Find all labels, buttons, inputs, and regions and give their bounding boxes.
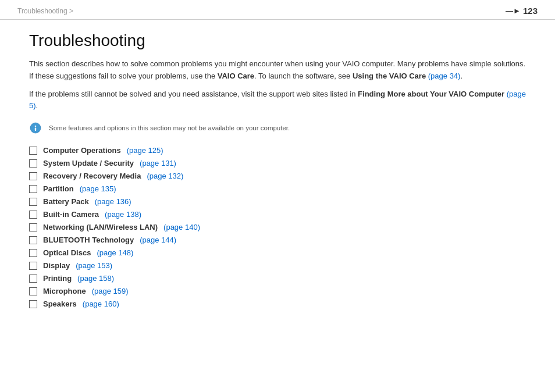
page-title: Troubleshooting bbox=[29, 31, 526, 50]
topic-link[interactable]: (page 125) bbox=[127, 146, 163, 155]
topic-link[interactable]: (page 144) bbox=[140, 236, 176, 244]
intro-paragraph-1: This section describes how to solve comm… bbox=[29, 58, 526, 83]
page-number-area: —► 123 bbox=[506, 6, 538, 16]
topic-link[interactable]: (page 140) bbox=[163, 223, 200, 231]
intro-p1-end: . bbox=[460, 72, 462, 80]
topic-link[interactable]: (page 138) bbox=[105, 210, 141, 219]
svg-rect-2 bbox=[35, 128, 36, 131]
intro-p2-end: . bbox=[36, 101, 38, 110]
breadcrumb-bar: Troubleshooting > —► 123 bbox=[0, 0, 555, 19]
list-item: Speakers (page 160) bbox=[29, 300, 526, 308]
main-content: Troubleshooting This section describes h… bbox=[0, 20, 555, 324]
checkbox-icon bbox=[29, 211, 37, 219]
list-item: Built-in Camera (page 138) bbox=[29, 210, 526, 219]
page34-link[interactable]: (page 34) bbox=[428, 72, 461, 80]
checkbox-icon bbox=[29, 147, 37, 155]
topic-label: Optical Discs bbox=[43, 248, 91, 257]
checkbox-icon bbox=[29, 198, 37, 206]
list-item: System Update / Security (page 131) bbox=[29, 159, 526, 168]
list-item: Battery Pack (page 136) bbox=[29, 197, 526, 206]
topic-label: Speakers bbox=[43, 300, 77, 308]
list-item: BLUETOOTH Technology (page 144) bbox=[29, 236, 526, 244]
topic-label: Display bbox=[43, 261, 70, 270]
checkbox-icon bbox=[29, 275, 37, 283]
page-number: 123 bbox=[523, 6, 538, 16]
checkbox-icon bbox=[29, 185, 37, 193]
checkbox-icon bbox=[29, 287, 37, 295]
checkbox-icon bbox=[29, 262, 37, 270]
topic-link[interactable]: (page 160) bbox=[83, 300, 119, 308]
topic-label: Computer Operations bbox=[43, 146, 121, 155]
topic-label: Partition bbox=[43, 184, 74, 193]
topic-label: BLUETOOTH Technology bbox=[43, 236, 134, 244]
topic-label: Recovery / Recovery Media bbox=[43, 172, 141, 180]
topic-label: Networking (LAN/Wireless LAN) bbox=[43, 223, 158, 231]
topic-link[interactable]: (page 135) bbox=[80, 184, 116, 193]
checkbox-icon bbox=[29, 172, 37, 180]
note-box: Some features and options in this sectio… bbox=[29, 122, 526, 136]
checkbox-icon bbox=[29, 249, 37, 257]
note-text: Some features and options in this sectio… bbox=[49, 122, 290, 133]
topic-label: Printing bbox=[43, 274, 72, 283]
svg-point-1 bbox=[35, 126, 37, 127]
topic-link[interactable]: (page 153) bbox=[76, 261, 112, 270]
list-item: Partition (page 135) bbox=[29, 184, 526, 193]
intro-p2-bold: Finding More about Your VAIO Computer bbox=[358, 90, 504, 98]
topic-list: Computer Operations (page 125)System Upd… bbox=[29, 146, 526, 308]
intro-paragraph-2: If the problems still cannot be solved a… bbox=[29, 88, 526, 113]
intro-p1-bold2: Using the VAIO Care bbox=[353, 72, 426, 80]
list-item: Recovery / Recovery Media (page 132) bbox=[29, 172, 526, 180]
list-item: Printing (page 158) bbox=[29, 274, 526, 283]
topic-link[interactable]: (page 136) bbox=[95, 197, 131, 206]
list-item: Optical Discs (page 148) bbox=[29, 248, 526, 257]
topic-link[interactable]: (page 158) bbox=[77, 274, 114, 283]
topic-label: System Update / Security bbox=[43, 159, 134, 168]
checkbox-icon bbox=[29, 300, 37, 308]
topic-link[interactable]: (page 132) bbox=[147, 172, 183, 180]
topic-link[interactable]: (page 159) bbox=[92, 287, 129, 295]
topic-label: Built-in Camera bbox=[43, 210, 99, 219]
checkbox-icon bbox=[29, 223, 37, 231]
intro-p2-start: If the problems still cannot be solved a… bbox=[29, 90, 358, 98]
checkbox-icon bbox=[29, 159, 37, 168]
intro-p1-mid: . To launch the software, see bbox=[254, 72, 353, 80]
topic-label: Battery Pack bbox=[43, 197, 89, 206]
checkbox-icon bbox=[29, 236, 37, 244]
topic-label: Microphone bbox=[43, 287, 86, 295]
list-item: Microphone (page 159) bbox=[29, 287, 526, 295]
note-icon bbox=[29, 122, 43, 136]
breadcrumb: Troubleshooting > bbox=[17, 7, 73, 15]
list-item: Computer Operations (page 125) bbox=[29, 146, 526, 155]
list-item: Display (page 153) bbox=[29, 261, 526, 270]
topic-link[interactable]: (page 148) bbox=[97, 248, 133, 257]
list-item: Networking (LAN/Wireless LAN) (page 140) bbox=[29, 223, 526, 231]
topic-link[interactable]: (page 131) bbox=[140, 159, 176, 168]
intro-p1-bold1: VAIO Care bbox=[218, 72, 254, 80]
page-arrow-icon: —► bbox=[506, 6, 521, 15]
